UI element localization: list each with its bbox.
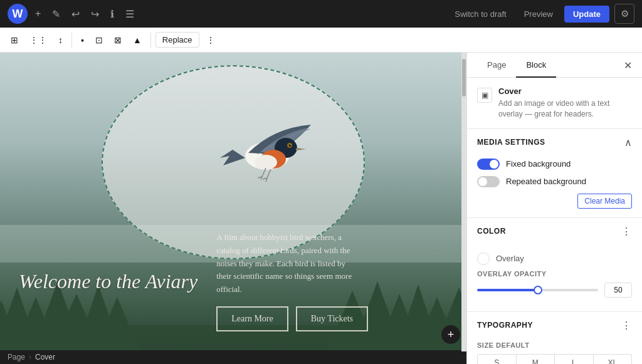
align-center[interactable]: ⊡ [91,32,107,48]
update-button[interactable]: Update [564,6,609,23]
opacity-value-input[interactable] [604,283,632,298]
switch-draft-button[interactable]: Switch to draft [448,6,512,23]
color-header: Color ⋮ [467,218,642,245]
replace-button[interactable]: Replace [155,32,199,48]
canvas-area: Welcome to the Aviary A film about hobby… [0,53,466,364]
toolbar-separator-2 [150,33,151,48]
fixed-background-toggle[interactable] [477,159,500,170]
overlay-opacity-label: OVERLAY OPACITY [477,270,632,278]
block-toolbar: ⊞ ⋮⋮ ↕ ▪ ⊡ ⊠ ▲ Replace ⋮ [0,28,642,53]
size-xlarge[interactable]: XL [594,355,632,364]
cover-block: Welcome to the Aviary A film about hobby… [0,53,466,350]
opacity-slider-row [477,283,632,298]
top-bar-left: W + ✎ ↩ ↪ ℹ ☰ [8,4,138,24]
opacity-slider-thumb[interactable] [534,286,542,294]
main-area: Welcome to the Aviary A film about hobby… [0,53,642,364]
cover-title: Welcome to the Aviary [19,269,197,293]
add-block-toolbar-button[interactable]: + [31,4,45,23]
sidebar-close-button[interactable]: ✕ [621,56,634,73]
toolbar-separator-1 [71,33,72,48]
svg-point-22 [290,144,292,145]
cover-right-column: A film about hobbyist bird watchers, a c… [216,231,368,331]
typography-title: Typography [477,321,533,330]
block-name: Cover [498,86,632,96]
repeated-background-toggle[interactable] [477,176,500,187]
edit-button[interactable]: ✎ [48,4,64,24]
svg-point-19 [255,155,277,170]
breadcrumb-page[interactable]: Page [8,353,25,361]
wp-logo[interactable]: W [8,4,28,24]
typography-section: Typography ⋮ SIZE DEFAULT S M L XL [467,312,642,364]
align-none[interactable]: ▪ [76,32,88,48]
block-info-text: Cover Add an image or video with a text … [498,86,632,120]
move-up-down[interactable]: ↕ [54,32,67,48]
breadcrumb-current: Cover [35,353,55,361]
overlay-color-row: Overlay [477,247,632,270]
block-info: ▣ Cover Add an image or video with a tex… [467,78,642,129]
size-small[interactable]: S [478,355,517,364]
preview-button[interactable]: Preview [518,6,559,23]
repeated-background-label: Repeated background [506,177,586,186]
fixed-background-label: Fixed background [506,159,571,169]
cover-content: Welcome to the Aviary A film about hobby… [0,212,466,350]
drag-handle[interactable]: ⋮⋮ [25,32,51,48]
font-size-options: S M L XL [477,354,632,364]
add-new-block-button[interactable]: + [441,325,460,344]
media-settings-title: Media settings [477,138,545,147]
sidebar-tabs: Page Block ✕ [467,53,642,78]
redo-button[interactable]: ↪ [87,4,103,24]
top-bar-right: Switch to draft Preview Update ⚙ [448,4,634,24]
overlay-color-label: Overlay [496,254,524,263]
svg-line-26 [267,169,271,178]
size-large[interactable]: L [555,355,594,364]
color-options-button[interactable]: ⋮ [621,226,632,237]
undo-button[interactable]: ↩ [68,4,83,24]
full-width[interactable]: ⊠ [110,32,126,48]
color-content: Overlay OVERLAY OPACITY [467,245,642,311]
block-description: Add an image or video with a text overla… [498,98,632,120]
tab-page[interactable]: Page [477,53,516,78]
canvas-scrollbar[interactable] [461,53,466,351]
align-icon[interactable]: ▲ [129,32,146,48]
settings-button[interactable]: ⚙ [614,4,634,24]
cover-buttons: Learn More Buy Tickets [216,306,368,331]
cover-description: A film about hobbyist bird watchers, a c… [216,231,354,296]
repeated-background-row: Repeated background [477,176,632,187]
color-section: Color ⋮ Overlay OVERLAY OPACITY [467,218,642,312]
learn-more-button[interactable]: Learn More [216,306,288,331]
media-settings-collapse[interactable]: ∧ [624,137,632,148]
media-settings-content: Fixed background Repeated background Cle… [467,156,642,217]
breadcrumb-separator: › [29,353,31,361]
typography-actions: ⋮ [621,320,632,331]
right-sidebar: Page Block ✕ ▣ Cover Add an image or vid… [466,53,642,364]
block-type-icon[interactable]: ⊞ [6,32,23,48]
overlay-color-swatch[interactable] [477,252,490,265]
size-label: SIZE DEFAULT [477,341,632,349]
info-button[interactable]: ℹ [107,4,118,24]
top-bar: W + ✎ ↩ ↪ ℹ ☰ Switch to draft Preview Up… [0,0,642,28]
typography-header: Typography ⋮ [467,312,642,339]
fixed-background-row: Fixed background [477,159,632,170]
size-medium[interactable]: M [517,355,555,364]
buy-tickets-button[interactable]: Buy Tickets [296,306,368,331]
media-settings-section: Media settings ∧ Fixed background Repeat… [467,129,642,218]
color-title: Color [477,227,506,236]
tab-block[interactable]: Block [516,53,556,78]
media-settings-header: Media settings ∧ [467,129,642,156]
bird-image [211,103,324,190]
list-view-button[interactable]: ☰ [122,4,138,24]
block-type-icon: ▣ [477,88,492,103]
typography-options-button[interactable]: ⋮ [621,320,632,331]
more-options-button[interactable]: ⋮ [202,32,219,48]
color-actions: ⋮ [621,226,632,237]
canvas-scrollbar-thumb [462,59,466,96]
typography-content: SIZE DEFAULT S M L XL [467,339,642,364]
opacity-slider[interactable] [477,289,598,291]
clear-media-button[interactable]: Clear Media [577,194,632,209]
breadcrumb: Page › Cover [0,350,466,364]
